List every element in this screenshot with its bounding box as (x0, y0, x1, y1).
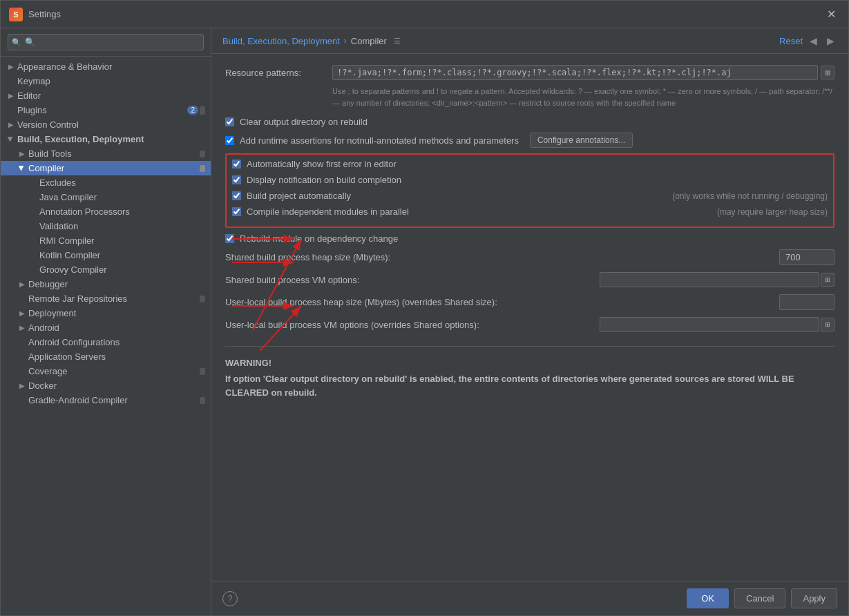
sidebar-label-kotlin: Kotlin Compiler (39, 250, 205, 260)
resource-patterns-input[interactable] (332, 65, 818, 80)
sidebar-item-validation[interactable]: Validation (1, 219, 211, 233)
search-input[interactable] (8, 34, 204, 50)
user-vm-input[interactable] (600, 317, 819, 332)
sidebar-item-gradle-android[interactable]: Gradle-Android Compiler (1, 393, 211, 407)
bottom-bar: ? OK Cancel Apply (211, 581, 848, 615)
sidebar-item-deployment[interactable]: ▶ Deployment (1, 306, 211, 320)
configure-annotations-button[interactable]: Configure annotations... (530, 133, 633, 148)
user-heap-input[interactable] (779, 294, 834, 310)
sidebar-item-build-exec[interactable]: ▶ Build, Execution, Deployment (1, 132, 211, 146)
sidebar-item-keymap[interactable]: Keymap (1, 74, 211, 88)
breadcrumb: Build, Execution, Deployment › Compiler … (222, 36, 401, 46)
sidebar-label-coverage: Coverage (28, 366, 198, 376)
sidebar-item-android[interactable]: ▶ Android (1, 320, 211, 335)
checkbox-rebuild-label: Rebuild module on dependency change (240, 233, 398, 244)
sidebar-item-compiler[interactable]: ▶ Compiler (1, 161, 211, 175)
sidebar-label-vc: Version Control (17, 119, 205, 130)
apply-button[interactable]: Apply (791, 588, 837, 608)
checkbox-build-auto-input[interactable] (232, 191, 241, 200)
expand-resource-button[interactable]: ⊞ (821, 66, 834, 79)
shared-vm-input[interactable] (600, 272, 819, 287)
expand-arrow-editor: ▶ (6, 91, 16, 101)
checkbox-clear-output-input[interactable] (225, 117, 234, 126)
expand-user-vm-button[interactable]: ⊞ (821, 318, 834, 331)
expand-arrow-gradle-android (17, 396, 27, 405)
sidebar-item-remote-jar[interactable]: Remote Jar Repositories (1, 291, 211, 306)
shared-heap-row: Shared build process heap size (Mbytes): (225, 249, 834, 265)
search-icon: 🔍 (12, 38, 21, 47)
checkbox-clear-output: Clear output directory on rebuild (225, 117, 834, 127)
sidebar-tree: ▶ Appearance & Behavior Keymap ▶ Editor … (1, 57, 211, 615)
checkbox-notification-input[interactable] (232, 175, 241, 184)
sidebar-item-version-control[interactable]: ▶ Version Control (1, 117, 211, 132)
breadcrumb-menu-icon[interactable]: ☰ (394, 37, 401, 46)
help-button[interactable]: ? (222, 591, 238, 606)
sidebar-label-deployment: Deployment (28, 308, 205, 318)
sidebar-item-appearance[interactable]: ▶ Appearance & Behavior (1, 59, 211, 74)
back-button[interactable]: ◀ (807, 34, 820, 48)
warning-text: If option 'Clear output directory on reb… (225, 372, 834, 399)
reset-button[interactable]: Reset (779, 36, 803, 46)
expand-arrow-groovy (28, 265, 38, 275)
sidebar-item-app-servers[interactable]: Application Servers (1, 349, 211, 364)
title-bar: S Settings ✕ (1, 1, 848, 28)
checkbox-assertions-input[interactable] (225, 136, 234, 145)
checkbox-parallel-input[interactable] (232, 207, 241, 216)
sidebar-item-editor[interactable]: ▶ Editor (1, 88, 211, 103)
close-button[interactable]: ✕ (823, 6, 840, 22)
checkbox-rebuild-input[interactable] (225, 234, 234, 243)
sidebar-label-build-tools: Build Tools (28, 148, 198, 159)
sidebar-item-groovy[interactable]: Groovy Compiler (1, 262, 211, 277)
user-vm-label: User-local build process VM options (ove… (225, 320, 593, 330)
title-bar-left: S Settings (9, 8, 61, 21)
sidebar-item-build-tools[interactable]: ▶ Build Tools (1, 146, 211, 161)
cancel-button[interactable]: Cancel (734, 588, 785, 608)
plugins-badge: 2 (187, 106, 198, 115)
expand-arrow-vc: ▶ (6, 120, 16, 130)
expand-arrow-excludes (28, 178, 38, 188)
resource-input-wrap: ⊞ (332, 65, 834, 80)
breadcrumb-actions: Reset ◀ ▶ (779, 34, 837, 48)
sidebar-label-java-compiler: Java Compiler (39, 192, 205, 202)
sidebar-item-plugins[interactable]: Plugins 2 (1, 103, 211, 117)
checkbox-parallel-note: (may require larger heap size) (717, 207, 828, 217)
sidebar-item-annotation[interactable]: Annotation Processors (1, 204, 211, 219)
forward-button[interactable]: ▶ (824, 34, 837, 48)
shared-heap-input[interactable] (779, 249, 834, 265)
warning-text-strong: If option 'Clear output directory on reb… (225, 374, 794, 398)
right-panel: Build, Execution, Deployment › Compiler … (211, 28, 848, 615)
sidebar-label-debugger: Debugger (28, 279, 205, 289)
sidebar-label-plugins: Plugins (17, 105, 184, 115)
sidebar-label-editor: Editor (17, 90, 205, 101)
checkbox-auto-show-input[interactable] (232, 160, 241, 169)
sidebar-item-java-compiler[interactable]: Java Compiler (1, 190, 211, 204)
breadcrumb-parent[interactable]: Build, Execution, Deployment (222, 36, 340, 46)
sidebar-item-excludes[interactable]: Excludes (1, 175, 211, 190)
settings-window: S Settings ✕ 🔍 ▶ Appearance & Behavior (0, 0, 849, 616)
sidebar-item-kotlin[interactable]: Kotlin Compiler (1, 248, 211, 262)
ok-button[interactable]: OK (687, 588, 729, 608)
content-wrapper: Resource patterns: ⊞ Use ; to separate p… (211, 54, 848, 581)
user-heap-label: User-local build process heap size (Mbyt… (225, 297, 772, 307)
sidebar-item-android-config[interactable]: Android Configurations (1, 335, 211, 349)
sidebar-label-rmi: RMI Compiler (39, 235, 205, 246)
sidebar-label-appearance: Appearance & Behavior (17, 61, 205, 72)
rjar-scroll (200, 296, 205, 302)
sidebar-item-rmi[interactable]: RMI Compiler (1, 233, 211, 248)
user-heap-row: User-local build process heap size (Mbyt… (225, 294, 834, 310)
breadcrumb-bar: Build, Execution, Deployment › Compiler … (211, 28, 848, 54)
expand-shared-vm-button[interactable]: ⊞ (821, 273, 834, 287)
sidebar-label-gradle-android: Gradle-Android Compiler (28, 395, 198, 405)
checkbox-parallel-label: Compile independent modules in parallel (247, 206, 409, 217)
expand-arrow-android-config (17, 338, 27, 347)
checkbox-display-notification-row: Display notification on build completion (232, 175, 828, 185)
content-area: Resource patterns: ⊞ Use ; to separate p… (211, 54, 848, 581)
expand-arrow-compiler: ▶ (17, 164, 27, 173)
expand-arrow-build-exec: ▶ (6, 135, 16, 144)
expand-arrow-validation (28, 222, 38, 231)
compiler-scroll (200, 165, 205, 172)
checkbox-rebuild-row: Rebuild module on dependency change (225, 233, 834, 244)
sidebar-item-docker[interactable]: ▶ Docker (1, 378, 211, 393)
sidebar-item-coverage[interactable]: Coverage (1, 364, 211, 378)
sidebar-item-debugger[interactable]: ▶ Debugger (1, 277, 211, 291)
